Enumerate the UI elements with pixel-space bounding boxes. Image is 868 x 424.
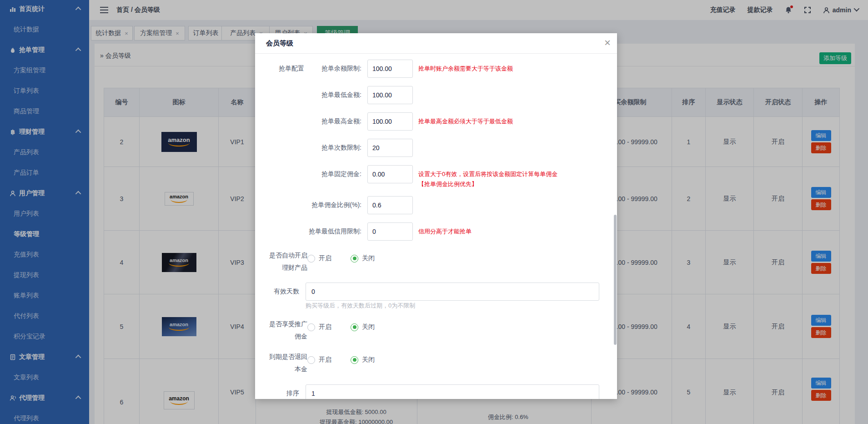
grab-max-amount-input[interactable] — [367, 112, 413, 131]
radio-on[interactable] — [307, 255, 315, 262]
field-grab-count-limit: 抢单次数限制: — [255, 139, 617, 157]
field-sort: 排序 — [255, 384, 617, 399]
field-label: 抢单次数限制: — [273, 139, 361, 157]
field-promo-commission-toggle: 是否享受推广佣金 开启 关闭 — [255, 318, 617, 343]
valid-days-help: 购买等级后，有效天数后过期，0为不限制 — [306, 302, 415, 310]
field-grab-fixed-commission: 抢单固定佣金: 设置大于0有效，设置后将按该金额固定计算每单佣金 【抢单佣金比例… — [255, 165, 617, 183]
field-hint: 抢单时账户余额需要大于等于该金额 — [418, 64, 513, 74]
radio-on-label[interactable]: 开启 — [319, 356, 331, 364]
field-label: 抢单余额限制: — [273, 60, 361, 78]
sort-input[interactable] — [306, 384, 599, 399]
field-valid-days: 有效天数 — [255, 283, 617, 301]
field-label: 抢单佣金比例(%): — [273, 196, 361, 214]
radio-on[interactable] — [307, 356, 315, 364]
field-grab-balance-limit: 抢单配置 抢单余额限制: 抢单时账户余额需要大于等于该金额 — [255, 60, 617, 78]
field-label: 排序 — [255, 384, 299, 399]
radio-on[interactable] — [307, 323, 315, 331]
grab-balance-limit-input[interactable] — [367, 60, 413, 78]
member-level-modal: 会员等级 × 抢单配置 抢单余额限制: 抢单时账户余额需要大于等于该金额 抢单最… — [255, 33, 617, 399]
field-label: 到期是否退回本金 — [255, 351, 307, 375]
field-hint: 抢单最高金额必须大于等于最低金额 — [418, 116, 513, 126]
field-grab-commission-rate: 抢单佣金比例(%): — [255, 196, 617, 214]
field-label: 抢单固定佣金: — [273, 165, 361, 183]
field-hint-2: 【抢单佣金比例优先】 — [418, 179, 557, 189]
radio-off-label[interactable]: 关闭 — [362, 323, 375, 331]
close-icon[interactable]: × — [604, 36, 611, 50]
radio-off[interactable] — [351, 356, 358, 364]
field-label: 是否享受推广佣金 — [255, 318, 307, 343]
field-label: 抢单最低信用限制: — [273, 222, 361, 241]
field-label: 抢单最高金额: — [273, 112, 361, 131]
field-grab-max-amount: 抢单最高金额: 抢单最高金额必须大于等于最低金额 — [255, 112, 617, 131]
field-hint: 信用分高于才能抢单 — [418, 227, 472, 237]
field-label: 是否自动开启理财产品 — [255, 249, 307, 274]
grab-fixed-commission-input[interactable] — [367, 165, 413, 183]
radio-off-label[interactable]: 关闭 — [362, 254, 375, 262]
field-grab-min-amount: 抢单最低金额: — [255, 86, 617, 104]
grab-min-amount-input[interactable] — [367, 86, 413, 104]
grab-commission-rate-input[interactable] — [367, 196, 413, 214]
valid-days-input[interactable] — [306, 283, 599, 301]
radio-on-label[interactable]: 开启 — [319, 323, 331, 331]
radio-off[interactable] — [351, 255, 358, 262]
radio-on-label[interactable]: 开启 — [319, 254, 331, 262]
field-label: 有效天数 — [255, 283, 299, 301]
modal-titlebar: 会员等级 — [255, 33, 617, 54]
field-auto-finance-toggle: 是否自动开启理财产品 开启 关闭 — [255, 249, 617, 275]
field-grab-min-credit: 抢单最低信用限制: 信用分高于才能抢单 — [255, 222, 617, 241]
grab-count-limit-input[interactable] — [367, 139, 413, 157]
grab-min-credit-input[interactable] — [367, 222, 413, 241]
radio-off[interactable] — [351, 323, 358, 331]
modal-title: 会员等级 — [266, 39, 293, 48]
field-return-principal-toggle: 到期是否退回本金 开启 关闭 — [255, 351, 617, 376]
radio-off-label[interactable]: 关闭 — [362, 356, 375, 364]
field-label: 抢单最低金额: — [273, 86, 361, 104]
field-hint: 设置大于0有效，设置后将按该金额固定计算每单佣金 — [418, 169, 557, 179]
modal-scrollbar[interactable] — [614, 215, 617, 345]
